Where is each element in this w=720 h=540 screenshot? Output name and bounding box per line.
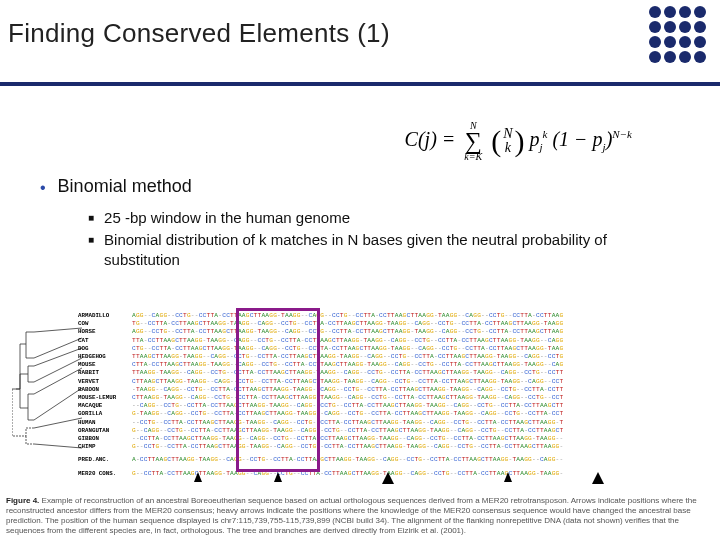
alignment-row: GIBBON--CCTTA-CCTTAAGCTTAAGG-TAAGG--CAGG… <box>78 435 708 443</box>
phylogenetic-tree-icon <box>12 324 84 454</box>
alignment-row: ARMADILLOAGG--CAGG--CCTG--CCTTA-CCTTAAGC… <box>78 312 708 320</box>
svg-marker-9 <box>274 472 282 482</box>
alignment-row: PRED.ANC.A-CCTTAAGCTTAAGG-TAAGG--CAGG--C… <box>78 456 708 464</box>
species-label: BABOON <box>78 386 126 394</box>
species-label: RABBIT <box>78 369 126 377</box>
alignment-row: MACAQUE--CAGG--CCTG--CCTTA-CCTTAAGCTTAAG… <box>78 402 708 410</box>
species-label: MOUSE <box>78 361 126 369</box>
alignment-row: HUMAN--CCTG--CCTTA-CCTTAAGCTTAAGG-TAAGG-… <box>78 419 708 427</box>
alignment-row: CHIMPG--CCTG--CCTTA-CCTTAAGCTTAAGG-TAAGG… <box>78 443 708 451</box>
corner-dot-grid <box>649 6 706 63</box>
alignment-row: DOGCTG--CCTTA-CCTTAAGCTTAAGG-TAAGG--CAGG… <box>78 345 708 353</box>
alignment-row: COWTG--CCTTA-CCTTAAGCTTAAGG-TAAGG--CAGG-… <box>78 320 708 328</box>
alignment-row: ORANGUTANG--CAGG--CCTG--CCTTA-CCTTAAGCTT… <box>78 427 708 435</box>
species-label: CHIMP <box>78 443 126 451</box>
species-label: DOG <box>78 345 126 353</box>
alignment-figure: ARMADILLOAGG--CAGG--CCTG--CCTTA-CCTTAAGC… <box>0 300 720 540</box>
bullet-binomial-method: • Binomial method <box>40 176 690 200</box>
alignment-row: GORILLAG-TAAGG--CAGG--CCTG--CCTTA-CCTTAA… <box>78 410 708 418</box>
svg-line-2 <box>34 348 82 366</box>
svg-marker-8 <box>194 472 202 482</box>
svg-line-3 <box>34 358 82 382</box>
binomial-equation: C(j) = N ∑ k=K ( N k ) pjk (1 − pj)N−k <box>405 120 632 162</box>
species-label: ARMADILLO <box>78 312 126 320</box>
arrow-indicators <box>78 472 698 486</box>
svg-marker-10 <box>382 472 394 484</box>
svg-line-7 <box>34 444 82 448</box>
subbullet-distribution: ■ Binomial distribution of k matches in … <box>88 230 690 270</box>
species-label: VERVET <box>78 378 126 386</box>
alignment-row: VERVETCTTAAGCTTAAGG-TAAGG--CAGG--CCTG--C… <box>78 378 708 386</box>
svg-line-0 <box>34 328 82 332</box>
alignment-row: RABBITTTAAGG-TAAGG--CAGG--CCTG--CCTTA-CC… <box>78 369 708 377</box>
species-label: COW <box>78 320 126 328</box>
species-label: MOUSE-LEMUR <box>78 394 126 402</box>
svg-marker-11 <box>504 472 512 482</box>
figure-caption: Figure 4. Example of reconstruction of a… <box>6 496 714 536</box>
species-label: ORANGUTAN <box>78 427 126 435</box>
subbullet-window: ■ 25 -bp window in the human genome <box>88 208 690 228</box>
species-label: MACAQUE <box>78 402 126 410</box>
alignment-row: BABOON-TAAGG--CAGG--CCTG--CCTTA-CCTTAAGC… <box>78 386 708 394</box>
sequence-alignment: ARMADILLOAGG--CAGG--CCTG--CCTTA-CCTTAAGC… <box>78 312 708 478</box>
alignment-row: MOUSECTTA-CCTTAAGCTTAAGG-TAAGG--CAGG--CC… <box>78 361 708 369</box>
species-label: CAT <box>78 337 126 345</box>
species-label: PRED.ANC. <box>78 456 126 464</box>
svg-line-4 <box>34 368 82 394</box>
bullet-text: Binomial method <box>58 176 192 197</box>
species-label: GORILLA <box>78 410 126 418</box>
alignment-row: HEDGEHOGTTAAGCTTAAGG-TAAGG--CAGG--CCTG--… <box>78 353 708 361</box>
square-bullet-icon: ■ <box>88 208 94 228</box>
alignment-row: MOUSE-LEMURCTTAAGG-TAAGG--CAGG--CCTG--CC… <box>78 394 708 402</box>
species-label: HEDGEHOG <box>78 353 126 361</box>
svg-line-5 <box>34 388 82 420</box>
species-label: HORSE <box>78 328 126 336</box>
svg-marker-12 <box>592 472 604 484</box>
alignment-row: CATTTA-CCTTAAGCTTAAGG-TAAGG--CAGG--CCTG-… <box>78 337 708 345</box>
bullet-marker-icon: • <box>40 176 46 200</box>
alignment-row: HORSEAGG--CCTG--CCTTA-CCTTAAGCTTAAGG-TAA… <box>78 328 708 336</box>
slide-title: Finding Conserved Elements (1) <box>8 18 700 49</box>
square-bullet-icon: ■ <box>88 230 94 250</box>
svg-line-6 <box>34 418 82 428</box>
species-label: HUMAN <box>78 419 126 427</box>
svg-line-1 <box>34 338 82 358</box>
species-label: GIBBON <box>78 435 126 443</box>
